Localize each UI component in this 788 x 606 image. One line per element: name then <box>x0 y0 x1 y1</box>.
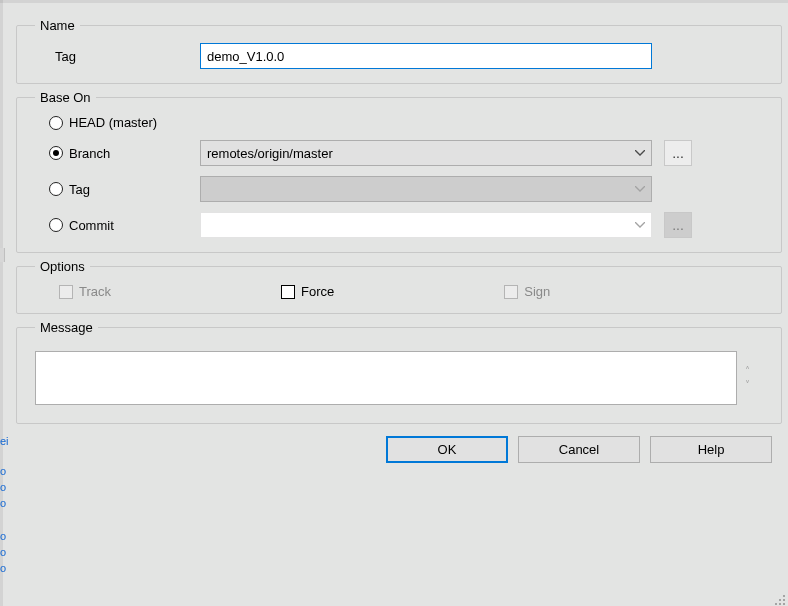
message-group-legend: Message <box>35 320 98 335</box>
message-group: Message ˄ ˅ <box>16 320 782 424</box>
help-button[interactable]: Help <box>650 436 772 463</box>
obscured-text-fragment: o <box>0 495 6 511</box>
dialog-content: Name Tag Base On HEAD (master) Branch re <box>16 18 782 598</box>
chevron-down-icon <box>629 186 651 192</box>
obscured-text-fragment: o <box>0 479 6 495</box>
resize-grip-icon[interactable] <box>772 592 786 606</box>
branch-combobox-value: remotes/origin/master <box>201 146 629 161</box>
force-checkbox[interactable] <box>281 285 295 299</box>
dialog-button-bar: OK Cancel Help <box>16 436 782 463</box>
base-on-group: Base On HEAD (master) Branch remotes/ori… <box>16 90 782 253</box>
base-tag-radio[interactable] <box>49 182 63 196</box>
obscured-bg-fragment <box>0 248 5 262</box>
base-branch-option[interactable]: Branch <box>35 146 200 161</box>
commit-browse-button: ... <box>664 212 692 238</box>
obscured-text-fragment: o <box>0 544 6 560</box>
base-commit-label: Commit <box>69 218 114 233</box>
base-tag-option[interactable]: Tag <box>35 182 200 197</box>
name-group: Name Tag <box>16 18 782 84</box>
svg-point-2 <box>783 599 785 601</box>
window-edge-top <box>0 0 788 3</box>
name-group-legend: Name <box>35 18 80 33</box>
tag-name-input[interactable] <box>200 43 652 69</box>
base-branch-label: Branch <box>69 146 110 161</box>
base-tag-label: Tag <box>69 182 90 197</box>
track-checkbox <box>59 285 73 299</box>
base-head-label: HEAD (master) <box>69 115 157 130</box>
svg-point-0 <box>783 595 785 597</box>
svg-point-4 <box>779 603 781 605</box>
window-edge-left <box>0 0 3 606</box>
options-group-legend: Options <box>35 259 90 274</box>
base-head-option[interactable]: HEAD (master) <box>35 115 200 130</box>
track-checkbox-wrap: Track <box>59 284 111 299</box>
cancel-button[interactable]: Cancel <box>518 436 640 463</box>
obscured-text-fragment: ei <box>0 433 6 449</box>
base-head-radio[interactable] <box>49 116 63 130</box>
ok-button[interactable]: OK <box>386 436 508 463</box>
branch-browse-button[interactable]: ... <box>664 140 692 166</box>
base-commit-radio[interactable] <box>49 218 63 232</box>
obscured-text-fragment: o <box>0 463 6 479</box>
sign-checkbox-wrap: Sign <box>504 284 550 299</box>
ellipsis-icon: ... <box>672 145 684 161</box>
chevron-down-icon <box>629 150 651 156</box>
base-branch-radio[interactable] <box>49 146 63 160</box>
tag-label: Tag <box>35 49 200 64</box>
svg-point-1 <box>779 599 781 601</box>
ellipsis-icon: ... <box>672 217 684 233</box>
options-group: Options Track Force Sign <box>16 259 782 314</box>
base-commit-option[interactable]: Commit <box>35 218 200 233</box>
message-wrap: ˄ ˅ <box>35 351 763 405</box>
obscured-text-fragment: o <box>0 560 6 576</box>
textarea-spinner[interactable]: ˄ ˅ <box>739 351 755 405</box>
base-on-group-legend: Base On <box>35 90 96 105</box>
svg-point-3 <box>775 603 777 605</box>
svg-point-5 <box>783 603 785 605</box>
branch-combobox[interactable]: remotes/origin/master <box>200 140 652 166</box>
message-textarea[interactable] <box>35 351 737 405</box>
commit-combobox <box>200 212 652 238</box>
force-checkbox-label: Force <box>301 284 334 299</box>
chevron-down-icon <box>629 222 651 228</box>
sign-checkbox <box>504 285 518 299</box>
track-checkbox-label: Track <box>79 284 111 299</box>
chevron-down-icon: ˅ <box>739 380 755 390</box>
chevron-up-icon: ˄ <box>739 366 755 376</box>
obscured-text-fragment: o <box>0 528 6 544</box>
sign-checkbox-label: Sign <box>524 284 550 299</box>
force-checkbox-wrap[interactable]: Force <box>281 284 334 299</box>
tag-combobox <box>200 176 652 202</box>
